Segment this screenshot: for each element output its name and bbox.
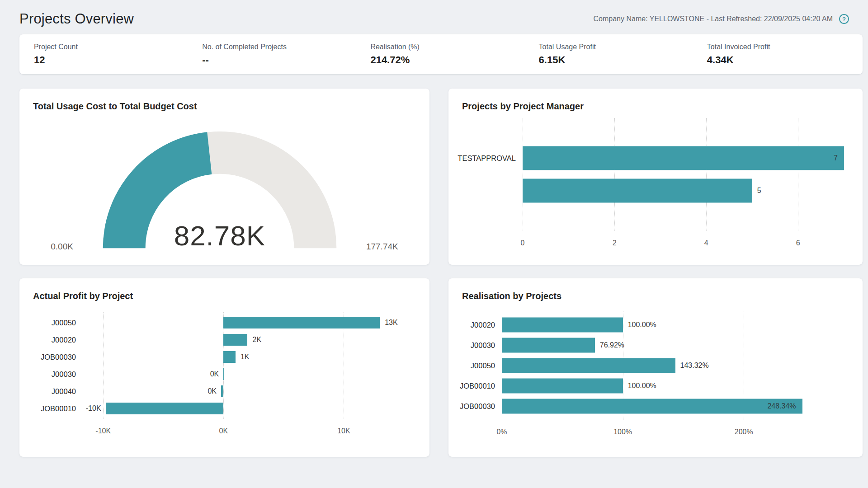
bar[interactable] <box>502 318 623 333</box>
category-label: JOB00030 <box>33 348 83 366</box>
realisation-bar-chart: J00020J00030J00050JOB00010JOB00030 100.0… <box>462 311 849 439</box>
kpi-value: 12 <box>34 54 189 66</box>
bar-value-label: 248.34% <box>767 402 796 410</box>
bar-row: 248.34% <box>502 396 849 417</box>
bar[interactable] <box>502 338 595 353</box>
bar-value-label: 0K <box>210 370 219 378</box>
x-tick-label: -10K <box>95 427 111 435</box>
x-tick-label: 100% <box>613 428 632 436</box>
category-label: J00020 <box>462 315 502 335</box>
x-tick-label: 10K <box>337 427 350 435</box>
bar[interactable] <box>106 403 224 414</box>
bar-value-label: 1K <box>241 353 250 361</box>
realisation-plot: 100.00%76.92%143.32%100.00%248.34% <box>502 311 849 420</box>
kpi-usage-profit: Total Usage Profit 6.15K <box>525 43 693 66</box>
bar[interactable] <box>223 334 247 346</box>
page-title: Projects Overview <box>19 11 134 27</box>
bar-row: 1K <box>83 348 416 366</box>
bar[interactable] <box>221 385 223 397</box>
kpi-value: 214.72% <box>370 54 525 66</box>
profit-plot: 13K2K1K0K0K-10K <box>83 312 416 419</box>
category-label: TESTAPPROVAL <box>462 142 523 174</box>
category-label: J00030 <box>462 335 502 356</box>
kpi-strip: Project Count 12 No. of Completed Projec… <box>19 34 863 74</box>
x-tick-label: 0K <box>219 427 228 435</box>
realisation-categories: J00020J00030J00050JOB00010JOB00030 <box>462 311 502 420</box>
profit-categories: J00050J00020JOB00030J00030J00040JOB00010 <box>33 312 83 419</box>
bar[interactable] <box>223 368 224 380</box>
profit-x-axis: -10K0K10K <box>83 422 416 438</box>
bar[interactable] <box>223 351 236 363</box>
help-icon[interactable]: ? <box>839 14 849 24</box>
kpi-label: Project Count <box>34 43 189 51</box>
kpi-completed-projects: No. of Completed Projects -- <box>189 43 357 66</box>
profit-bar-chart: J00050J00020JOB00030J00030J00040JOB00010… <box>33 312 416 438</box>
manager-x-axis: 0246 <box>523 235 849 250</box>
kpi-label: No. of Completed Projects <box>202 43 357 51</box>
bar[interactable] <box>502 399 802 414</box>
realisation-chart-card: Realisation by Projects J00020J00030J000… <box>448 278 863 457</box>
gauge-arc: 82.78K <box>80 121 360 253</box>
gauge-min-label: 0.00K <box>51 242 73 253</box>
gauge-max-label: 177.74K <box>366 242 398 253</box>
bar-row: 0K <box>83 366 416 383</box>
top-bar: Projects Overview Company Name: YELLOWST… <box>0 0 868 34</box>
header-meta: Company Name: YELLOWSTONE - Last Refresh… <box>594 14 862 24</box>
x-tick-label: 0 <box>521 239 525 247</box>
bar[interactable] <box>523 146 844 170</box>
kpi-invoiced-profit: Total Invoiced Profit 4.34K <box>693 43 862 66</box>
bar-value-label: 2K <box>253 336 262 344</box>
manager-bar-chart: TESTAPPROVAL 75 0246 <box>462 118 849 250</box>
x-tick-label: 0% <box>496 428 507 436</box>
dashboard-grid: Total Usage Cost to Total Budget Cost 0.… <box>19 89 863 457</box>
manager-plot: 75 <box>523 118 849 231</box>
bar[interactable] <box>223 317 380 328</box>
bar-row: 13K <box>83 314 416 331</box>
category-label: JOB00010 <box>462 376 502 396</box>
bar-value-label: 0K <box>208 387 217 395</box>
category-label: J00040 <box>33 383 83 400</box>
bar[interactable] <box>502 358 675 373</box>
category-label: J00050 <box>33 314 83 331</box>
bar-row: 5 <box>523 174 849 207</box>
profit-chart-card: Actual Profit by Project J00050J00020JOB… <box>19 278 429 457</box>
bar[interactable] <box>523 179 752 203</box>
kpi-realisation: Realisation (%) 214.72% <box>357 43 525 66</box>
bar-value-label: 100.00% <box>628 382 656 390</box>
bar-row: 100.00% <box>502 376 849 396</box>
category-label: J00030 <box>33 366 83 383</box>
bar-row: 0K <box>83 383 416 400</box>
bar-row: -10K <box>83 400 416 417</box>
chart-title: Actual Profit by Project <box>33 291 416 301</box>
bar-value-label: 100.00% <box>628 321 656 329</box>
kpi-project-count: Project Count 12 <box>20 43 189 66</box>
kpi-value: 6.15K <box>539 54 693 66</box>
x-tick-label: 2 <box>613 239 617 247</box>
manager-categories: TESTAPPROVAL <box>462 118 523 231</box>
bar-value-label: 76.92% <box>600 341 624 349</box>
gauge-value: 82.78K <box>80 220 360 252</box>
kpi-label: Realisation (%) <box>370 43 525 51</box>
manager-chart-card: Projects by Project Manager TESTAPPROVAL… <box>448 89 863 265</box>
category-label: JOB00010 <box>33 400 83 417</box>
realisation-x-axis: 0%100%200% <box>502 423 849 439</box>
category-label <box>462 174 523 207</box>
bar-row: 100.00% <box>502 315 849 335</box>
kpi-value: 4.34K <box>707 54 862 66</box>
x-tick-label: 6 <box>796 239 800 247</box>
company-refresh-text: Company Name: YELLOWSTONE - Last Refresh… <box>594 15 833 23</box>
bar-value-label: 5 <box>757 187 761 195</box>
bar-row: 76.92% <box>502 335 849 356</box>
bar[interactable] <box>502 379 623 394</box>
bar-value-label: 143.32% <box>680 361 709 370</box>
chart-title: Total Usage Cost to Total Budget Cost <box>33 101 416 112</box>
bar-value-label: 13K <box>385 319 397 327</box>
kpi-label: Total Usage Profit <box>539 43 693 51</box>
gauge-chart: 0.00K 82.78K 177.74K <box>33 121 416 253</box>
bar-row: 2K <box>83 331 416 348</box>
x-tick-label: 200% <box>735 428 753 436</box>
category-label: J00020 <box>33 331 83 348</box>
bar-value-label: 7 <box>834 154 838 162</box>
category-label: J00050 <box>462 356 502 376</box>
chart-title: Realisation by Projects <box>462 291 849 301</box>
